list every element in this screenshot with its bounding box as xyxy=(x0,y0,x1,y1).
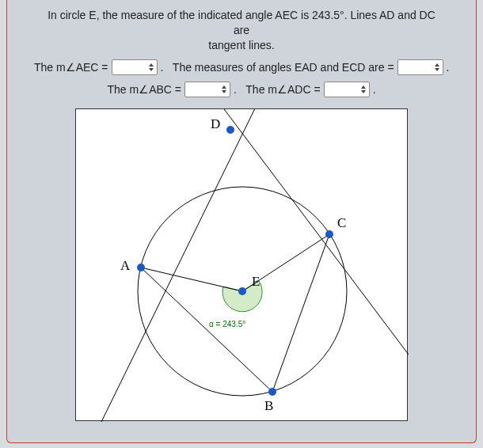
stepper-arrows-icon[interactable] xyxy=(220,85,228,94)
point-e xyxy=(238,287,246,295)
input-adc-field[interactable] xyxy=(329,83,358,95)
label-ead-ecd: . The measures of angles EAD and ECD are… xyxy=(161,61,394,74)
label-abc: The m∠ABC = xyxy=(107,83,181,96)
label-point-a: A xyxy=(120,258,130,274)
row-2: The m∠ABC = . The m∠ADC = . xyxy=(23,82,460,97)
point-c xyxy=(325,230,333,238)
label-point-c: C xyxy=(337,215,346,231)
label-aec: The m∠AEC = xyxy=(34,61,108,74)
problem-line-1: In circle E, the measure of the indicate… xyxy=(48,9,435,36)
period-1: . xyxy=(447,61,450,74)
label-point-e: E xyxy=(252,274,260,290)
row-1: The m∠AEC = . The measures of angles EAD… xyxy=(23,59,460,75)
question-card: In circle E, the measure of the indicate… xyxy=(6,0,477,443)
stepper-arrows-icon[interactable] xyxy=(433,63,441,72)
svg-marker-5 xyxy=(222,90,226,93)
period-2: . xyxy=(373,83,376,96)
input-aec-field[interactable] xyxy=(117,61,146,73)
input-ead-ecd-field[interactable] xyxy=(403,61,432,73)
label-angle-alpha: α = 243.5° xyxy=(209,320,245,328)
input-ead-ecd[interactable] xyxy=(397,59,443,75)
input-aec[interactable] xyxy=(112,59,158,75)
line-dc xyxy=(165,109,409,355)
geometry-diagram: A B C D E α = 243.5° xyxy=(75,108,408,421)
svg-marker-4 xyxy=(222,85,226,89)
point-b xyxy=(268,388,276,396)
point-a xyxy=(137,264,145,271)
point-d xyxy=(226,126,234,134)
input-abc-field[interactable] xyxy=(190,83,219,95)
svg-marker-3 xyxy=(435,68,439,71)
seg-ea xyxy=(141,268,242,291)
stepper-arrows-icon[interactable] xyxy=(359,85,367,94)
stepper-arrows-icon[interactable] xyxy=(147,63,155,72)
label-point-b: B xyxy=(264,398,273,414)
svg-marker-0 xyxy=(149,63,154,66)
problem-line-2: tangent lines. xyxy=(208,39,274,51)
input-adc[interactable] xyxy=(324,82,370,97)
problem-statement: In circle E, the measure of the indicate… xyxy=(23,8,460,53)
svg-marker-2 xyxy=(435,63,439,66)
label-adc: . The m∠ADC = xyxy=(234,83,321,96)
svg-marker-1 xyxy=(149,68,154,71)
input-abc[interactable] xyxy=(184,82,230,97)
svg-marker-6 xyxy=(361,85,366,89)
label-point-d: D xyxy=(211,116,220,132)
svg-marker-7 xyxy=(361,90,366,93)
seg-cb xyxy=(272,234,329,392)
